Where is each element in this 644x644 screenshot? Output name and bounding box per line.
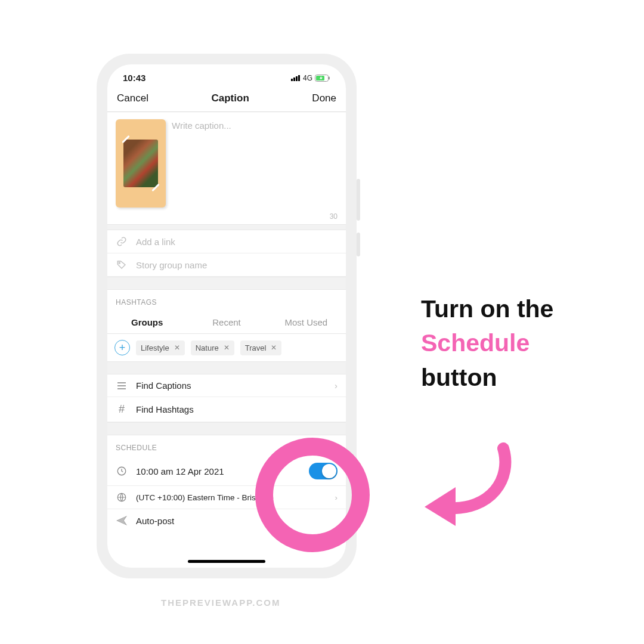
send-icon bbox=[116, 515, 128, 526]
hashtag-chip[interactable]: Travel✕ bbox=[240, 340, 282, 355]
annotation-text: Turn on the Schedule button bbox=[421, 292, 553, 395]
page-title: Caption bbox=[212, 92, 249, 104]
status-time: 10:43 bbox=[123, 73, 145, 83]
svg-rect-0 bbox=[291, 79, 293, 81]
clock-icon bbox=[116, 466, 128, 476]
hashtag-chip[interactable]: Lifestyle✕ bbox=[136, 340, 185, 355]
schedule-datetime-label: 10:00 am 12 Apr 2021 bbox=[136, 466, 224, 476]
hashtag-tabs: Groups Recent Most Used bbox=[107, 311, 346, 334]
find-hashtags-label: Find Hashtags bbox=[136, 404, 194, 414]
signal-icon bbox=[291, 75, 301, 81]
hashtag-chips: + Lifestyle✕ Nature✕ Travel✕ bbox=[107, 334, 346, 361]
annotation-line: button bbox=[421, 361, 553, 395]
phone-side-button bbox=[357, 179, 360, 221]
annotation-line: Turn on the bbox=[421, 292, 553, 326]
story-group-placeholder: Story group name bbox=[136, 260, 207, 270]
close-icon[interactable]: ✕ bbox=[224, 343, 230, 352]
svg-rect-6 bbox=[329, 76, 330, 79]
add-hashtag-group-button[interactable]: + bbox=[114, 340, 130, 355]
close-icon[interactable]: ✕ bbox=[271, 343, 277, 352]
svg-rect-3 bbox=[298, 75, 300, 81]
find-captions-label: Find Captions bbox=[136, 380, 191, 391]
status-bar: 10:43 4G bbox=[107, 64, 346, 86]
tab-recent[interactable]: Recent bbox=[187, 311, 266, 333]
tab-groups[interactable]: Groups bbox=[107, 311, 187, 333]
tag-icon bbox=[116, 259, 128, 270]
svg-rect-2 bbox=[296, 76, 298, 81]
tab-most-used[interactable]: Most Used bbox=[267, 311, 346, 333]
caption-input[interactable]: Write caption... bbox=[172, 119, 338, 208]
annotation-line-highlight: Schedule bbox=[421, 326, 553, 360]
add-link-placeholder: Add a link bbox=[136, 237, 175, 247]
svg-point-7 bbox=[119, 262, 120, 264]
story-group-row[interactable]: Story group name bbox=[107, 253, 346, 277]
annotation-circle bbox=[255, 438, 370, 552]
phone-side-button bbox=[357, 233, 360, 256]
cancel-button[interactable]: Cancel bbox=[117, 92, 148, 104]
link-icon bbox=[116, 236, 128, 247]
section-label-hashtags: HASHTAGS bbox=[107, 290, 346, 311]
find-captions-row[interactable]: Find Captions › bbox=[107, 374, 346, 397]
home-indicator bbox=[188, 560, 265, 563]
battery-icon bbox=[315, 75, 330, 82]
globe-icon bbox=[116, 492, 128, 503]
post-thumbnail[interactable] bbox=[116, 119, 166, 208]
close-icon[interactable]: ✕ bbox=[174, 343, 180, 352]
chevron-right-icon: › bbox=[335, 380, 338, 391]
list-icon bbox=[116, 381, 128, 391]
find-hashtags-row[interactable]: # Find Hashtags bbox=[107, 397, 346, 422]
navbar: Cancel Caption Done bbox=[107, 86, 346, 112]
add-link-row[interactable]: Add a link bbox=[107, 230, 346, 253]
network-label: 4G bbox=[303, 74, 312, 82]
timezone-label: (UTC +10:00) Eastern Time - Brisbane bbox=[136, 493, 274, 502]
svg-rect-1 bbox=[293, 78, 295, 81]
watermark: THEPREVIEWAPP.COM bbox=[161, 597, 280, 608]
autopost-label: Auto-post bbox=[136, 516, 174, 526]
char-count: 30 bbox=[107, 211, 346, 224]
done-button[interactable]: Done bbox=[312, 92, 336, 104]
caption-area: Write caption... bbox=[107, 112, 346, 211]
annotation-arrow-icon bbox=[414, 442, 521, 538]
hash-icon: # bbox=[116, 403, 128, 416]
hashtag-chip[interactable]: Nature✕ bbox=[191, 340, 234, 355]
